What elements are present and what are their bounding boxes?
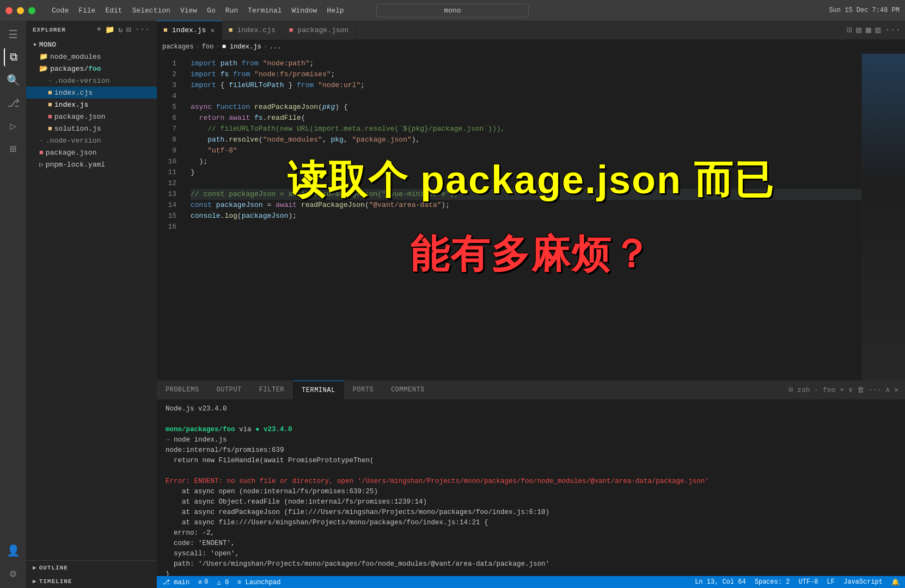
menu-help[interactable]: Help bbox=[327, 7, 344, 15]
warning-count[interactable]: △ 0 bbox=[217, 578, 229, 586]
tree-index-cjs[interactable]: ■ index.cjs bbox=[26, 87, 157, 99]
panel-tab-terminal[interactable]: TERMINAL bbox=[293, 381, 344, 400]
layout-icon[interactable]: ▤ bbox=[856, 24, 861, 35]
menu-file[interactable]: File bbox=[78, 7, 95, 15]
breadcrumb-packages[interactable]: packages bbox=[162, 43, 194, 51]
panel-tab-output[interactable]: OUTPUT bbox=[208, 381, 250, 400]
tab-index-cjs[interactable]: ■ index.cjs bbox=[222, 21, 283, 40]
titlebar-right: Sun 15 Dec 7:48 PM bbox=[829, 7, 900, 14]
panel-tab-problems[interactable]: PROBLEMS bbox=[157, 381, 208, 400]
tree-node-version-2[interactable]: · .node-version bbox=[26, 134, 157, 146]
menu-edit[interactable]: Edit bbox=[105, 7, 122, 15]
titlebar-center: mono bbox=[376, 4, 529, 17]
panel-tabs: PROBLEMS OUTPUT FILTER TERMINAL PORTS CO… bbox=[157, 381, 905, 400]
layout-icon-2[interactable]: ▦ bbox=[866, 24, 871, 35]
tree-package-json-1[interactable]: ■ package.json bbox=[26, 111, 157, 122]
terminal-add-icon[interactable]: + bbox=[840, 386, 844, 394]
tab-label-index-js: index.js bbox=[172, 26, 206, 34]
breadcrumb-foo[interactable]: foo bbox=[202, 43, 214, 51]
panel-tab-comments[interactable]: COMMENTS bbox=[382, 381, 433, 400]
activity-explorer-icon[interactable]: ⧉ bbox=[4, 48, 22, 66]
tab-index-js[interactable]: ■ index.js ✕ bbox=[157, 21, 222, 40]
activity-search-icon[interactable]: 🔍 bbox=[4, 71, 22, 89]
line-col[interactable]: Ln 13, Col 64 bbox=[695, 578, 746, 586]
terminal-more-icon[interactable]: ··· bbox=[869, 386, 881, 394]
tab-package-json[interactable]: ■ package.json bbox=[283, 21, 356, 40]
code-editor: 1234 5678 9101112 13141516 import path f… bbox=[157, 54, 905, 380]
terminal-line: → node index.js bbox=[166, 435, 896, 445]
tree-packages-foo[interactable]: 📂 packages/foo bbox=[26, 63, 157, 75]
close-button[interactable] bbox=[5, 7, 13, 14]
tree-node-modules[interactable]: 📁 node_modules bbox=[26, 51, 157, 63]
new-file-icon[interactable]: + bbox=[97, 25, 102, 34]
timeline-section[interactable]: ▶ TIMELINE bbox=[26, 574, 157, 588]
more-actions-icon[interactable]: ··· bbox=[135, 25, 150, 34]
main-area: ■ index.js ✕ ■ index.cjs ■ package.json … bbox=[157, 21, 905, 588]
terminal-trash-icon[interactable]: 🗑 bbox=[857, 386, 864, 394]
tab-label-package-json: package.json bbox=[298, 26, 349, 34]
split-editor-icon[interactable]: ⊡ bbox=[847, 24, 852, 35]
encoding[interactable]: UTF-8 bbox=[799, 578, 818, 586]
menu-code[interactable]: Code bbox=[52, 7, 69, 15]
terminal-line bbox=[166, 414, 896, 425]
menu-window[interactable]: Window bbox=[292, 7, 317, 15]
sidebar: EXPLORER + 📁 ↻ ⊟ ··· ▾ MONO 📁 node_modul… bbox=[26, 21, 157, 588]
menu-terminal[interactable]: Terminal bbox=[248, 7, 282, 15]
tree-root[interactable]: ▾ MONO bbox=[26, 39, 157, 51]
terminal-error-line: Error: ENOENT: no such file or directory… bbox=[166, 476, 896, 487]
layout-icon-3[interactable]: ▥ bbox=[876, 24, 881, 35]
git-branch[interactable]: ⎇ main bbox=[162, 578, 189, 586]
terminal-line: path: '/Users/mingshan/Projects/mono/pac… bbox=[166, 559, 896, 569]
error-count[interactable]: ⊘ 0 bbox=[198, 578, 208, 586]
launchpad[interactable]: ⊙ Launchpad bbox=[237, 578, 280, 586]
terminal-line: at async Object.readFile (node:internal/… bbox=[166, 497, 896, 507]
tab-close-index-js[interactable]: ✕ bbox=[210, 26, 215, 35]
status-right: Ln 13, Col 64 Spaces: 2 UTF-8 LF JavaScr… bbox=[695, 578, 900, 586]
tree-pnpm-lock[interactable]: ▷ pnpm-lock.yaml bbox=[26, 158, 157, 170]
menu-selection[interactable]: Selection bbox=[132, 7, 170, 15]
breadcrumb-file[interactable]: ■ index.js bbox=[222, 43, 261, 51]
search-bar[interactable]: mono bbox=[376, 4, 529, 17]
panel-expand-icon[interactable]: ∧ bbox=[885, 385, 890, 394]
panel-close-icon[interactable]: ✕ bbox=[894, 385, 898, 394]
clock: Sun 15 Dec 7:48 PM bbox=[829, 7, 900, 14]
panel-tab-filter[interactable]: FILTER bbox=[250, 381, 293, 400]
menu-go[interactable]: Go bbox=[207, 7, 216, 15]
line-ending[interactable]: LF bbox=[827, 578, 835, 586]
activity-run-icon[interactable]: ▷ bbox=[4, 117, 22, 135]
file-tree: ▾ MONO 📁 node_modules 📂 packages/foo · .… bbox=[26, 39, 157, 170]
notifications-icon[interactable]: 🔔 bbox=[891, 578, 900, 586]
terminal-chevron-icon[interactable]: ∨ bbox=[848, 385, 853, 394]
activity-menu-icon[interactable]: ☰ bbox=[4, 25, 22, 44]
activity-settings-icon[interactable]: ⚙ bbox=[4, 564, 22, 583]
panel-tab-ports[interactable]: PORTS bbox=[344, 381, 383, 400]
breadcrumb-more[interactable]: ... bbox=[270, 43, 282, 51]
tab-js-icon: ■ bbox=[163, 26, 168, 34]
spaces[interactable]: Spaces: 2 bbox=[755, 578, 790, 586]
outline-section[interactable]: ▶ OUTLINE bbox=[26, 561, 157, 574]
terminal-content[interactable]: Node.js v23.4.0 mono/packages/foo via ● … bbox=[157, 400, 905, 576]
refresh-icon[interactable]: ↻ bbox=[118, 25, 123, 34]
new-folder-icon[interactable]: 📁 bbox=[105, 25, 115, 34]
activity-git-icon[interactable]: ⎇ bbox=[4, 94, 22, 112]
tree-package-json-2[interactable]: ■ package.json bbox=[26, 146, 157, 158]
maximize-button[interactable] bbox=[28, 7, 35, 14]
terminal-label: ⊡ zsh - foo bbox=[788, 385, 835, 394]
activity-extensions-icon[interactable]: ⊞ bbox=[4, 139, 22, 158]
activity-account-icon[interactable]: 👤 bbox=[4, 541, 22, 560]
tree-index-js[interactable]: ■ index.js bbox=[26, 99, 157, 111]
app-body: ☰ ⧉ 🔍 ⎇ ▷ ⊞ 👤 ⚙ EXPLORER + 📁 ↻ ⊟ ··· ▾ M… bbox=[0, 21, 905, 588]
more-icon[interactable]: ··· bbox=[885, 25, 901, 35]
tree-solution-js[interactable]: ■ solution.js bbox=[26, 122, 157, 134]
collapse-icon[interactable]: ⊟ bbox=[126, 25, 131, 34]
language[interactable]: JavaScript bbox=[843, 578, 883, 586]
tree-node-version-1[interactable]: · .node-version bbox=[26, 75, 157, 87]
sidebar-title: EXPLORER bbox=[33, 27, 66, 33]
code-content[interactable]: import path from "node:path"; import fs … bbox=[184, 54, 861, 380]
menu-view[interactable]: View bbox=[180, 7, 197, 15]
terminal-line bbox=[166, 466, 896, 476]
minimize-button[interactable] bbox=[17, 7, 24, 14]
sidebar-header: EXPLORER + 📁 ↻ ⊟ ··· bbox=[26, 21, 157, 39]
terminal-line: at async open (node:internal/fs/promises… bbox=[166, 487, 896, 497]
menu-run[interactable]: Run bbox=[225, 7, 238, 15]
